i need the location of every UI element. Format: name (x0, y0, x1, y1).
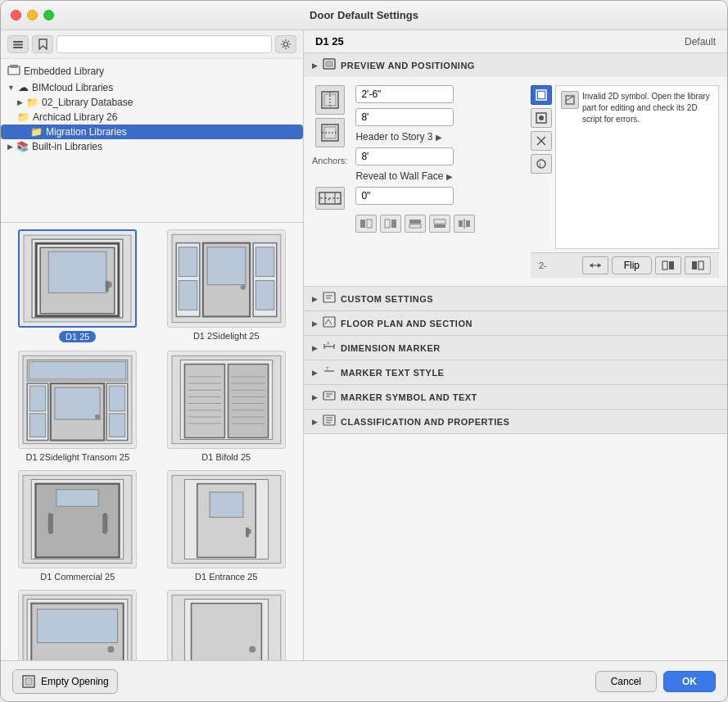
cancel-button[interactable]: Cancel (595, 671, 657, 692)
flip-btn-5[interactable] (454, 215, 475, 233)
mirror-btn-1[interactable] (655, 256, 681, 274)
reveal-anchor-icon[interactable]: + (315, 187, 345, 210)
width-input[interactable] (355, 85, 454, 103)
grid-item-d1-bifold[interactable]: D1 Bifold 25 (156, 351, 297, 462)
maximize-button[interactable] (43, 10, 54, 20)
minimize-button[interactable] (27, 10, 38, 20)
classification-title: CLASSIFICATION AND PROPERTIES (341, 417, 509, 427)
close-button[interactable] (11, 10, 21, 20)
width-anchor-icon[interactable] (315, 85, 345, 115)
grid-item-d1-commercial[interactable]: D1 Commercial 25 (7, 470, 148, 582)
grid-item-d1-2sidelight[interactable]: D1 2Sidelight 25 (156, 229, 297, 342)
grid-item-d1-entrance[interactable]: D1 Entrance 25 (156, 470, 297, 582)
header-to-story-dropdown[interactable]: Header to Story 3 ▶ (355, 131, 522, 143)
gear-icon (280, 38, 292, 50)
flip-icon-3 (409, 218, 422, 229)
flip-btn-4[interactable] (429, 215, 450, 233)
embedded-icon (7, 64, 20, 78)
height-anchor-icon[interactable] (315, 118, 345, 147)
zoom-icon-btn[interactable] (582, 256, 608, 274)
svg-rect-61 (48, 513, 53, 534)
svg-rect-23 (255, 281, 274, 310)
preview-bottom-controls: Flip (582, 256, 711, 274)
marker-symbol-header[interactable]: ▶ MARKER SYMBOL AND TEXT (304, 385, 727, 409)
search-input[interactable] (62, 38, 266, 50)
d1-2sidelight-thumbnail (167, 229, 286, 328)
svg-rect-136 (25, 678, 32, 685)
height-input-row (355, 108, 522, 126)
flip-btn-2[interactable] (380, 215, 401, 233)
svg-rect-118 (323, 292, 335, 302)
svg-rect-90 (360, 220, 365, 228)
tree-item-bimcloud[interactable]: ▼ ☁ BIMcloud Libraries (1, 79, 303, 95)
preview-canvas: Invalid 2D symbol. Open the library part… (555, 85, 719, 249)
grid-item-bottom-left[interactable] (7, 590, 148, 660)
svg-rect-102 (538, 92, 545, 98)
dimension-header[interactable]: ▶ A DIMENSION MARKER (304, 336, 727, 360)
grid-item-d1-25[interactable]: D1 25 (7, 229, 148, 342)
cs-expand-icon: ▶ (312, 295, 318, 303)
d1-2sl-transom-label: D1 2Sidelight Transom 25 (25, 452, 129, 462)
cs-icon (323, 292, 336, 306)
flip-button[interactable]: Flip (612, 256, 652, 274)
search-input-wrap[interactable] (57, 35, 272, 53)
svg-point-107 (537, 160, 545, 168)
builtin-label: Built-in Libraries (32, 141, 102, 152)
flip-btn-1[interactable] (355, 215, 377, 233)
preview-mode-btn-4[interactable]: i (531, 154, 552, 174)
folder-icon-archicad: 📁 (17, 111, 29, 123)
anchors-label: Anchors: (312, 156, 347, 165)
tree-item-builtin[interactable]: ▶ 📚 Built-in Libraries (1, 139, 303, 154)
title-bar: Door Default Settings (1, 1, 727, 30)
preview-bottom-bar: 2- (531, 252, 719, 278)
custom-settings-header[interactable]: ▶ CUSTOM SETTINGS (304, 287, 727, 310)
settings-button[interactable] (275, 35, 296, 53)
svg-point-76 (249, 646, 255, 653)
floor-plan-header[interactable]: ▶ FLOOR PLAN AND SECTION (304, 311, 727, 335)
height-input[interactable] (355, 108, 454, 126)
preview-section-header[interactable]: ▶ PREVIEW AND POSITIONING (304, 53, 727, 77)
grid-item-bottom-right[interactable] (156, 590, 297, 660)
bimcloud-label: BIMcloud Libraries (32, 82, 113, 93)
svg-marker-112 (598, 263, 601, 268)
reveal-to-wall-face-dropdown[interactable]: Reveal to Wall Face ▶ (355, 170, 522, 182)
custom-settings-title: CUSTOM SETTINGS (341, 294, 433, 304)
reveal-label: Reveal to Wall Face (355, 170, 443, 182)
grid-item-d1-2sidelight-transom[interactable]: D1 2Sidelight Transom 25 (7, 351, 148, 462)
preview-section: ▶ PREVIEW AND POSITIONING (304, 53, 727, 287)
flip-btn-3[interactable] (405, 215, 426, 233)
preview-mode-btn-2[interactable] (531, 108, 552, 128)
svg-text:T: T (326, 366, 329, 371)
error-icon (564, 94, 576, 106)
header-height-input[interactable] (355, 147, 454, 165)
bottom-right-thumbnail (167, 590, 286, 660)
preview-mode-btn-1[interactable] (531, 85, 552, 105)
tree-item-lib-db[interactable]: ▶ 📁 02_Library Database (1, 95, 303, 110)
svg-rect-11 (49, 251, 107, 292)
tree-item-archicad[interactable]: 📁 Archicad Library 26 (1, 110, 303, 125)
empty-opening-button[interactable]: Empty Opening (12, 669, 118, 694)
tree-item-migration[interactable]: 📁 Migration Libraries (1, 125, 303, 139)
svg-rect-17 (179, 281, 197, 310)
preview-mode-btn-3[interactable] (531, 131, 552, 151)
preview-center: Header to Story 3 ▶ Reveal to Wall Face … (355, 85, 522, 278)
bookmark-button[interactable] (32, 35, 53, 53)
mt-icon: T (323, 365, 336, 379)
preview-content: Anchors: + (304, 77, 727, 286)
marker-text-header[interactable]: ▶ T MARKER TEXT STYLE (304, 360, 727, 384)
nav-back-button[interactable] (7, 35, 29, 53)
svg-text:A: A (327, 341, 330, 346)
svg-rect-114 (662, 261, 667, 269)
svg-rect-0 (13, 41, 23, 43)
d1-entrance-svg (168, 471, 285, 568)
classification-header[interactable]: ▶ CLASSIFICATION AND PROPERTIES (304, 410, 727, 433)
ok-button[interactable]: OK (663, 671, 716, 692)
archicad-label: Archicad Library 26 (33, 111, 117, 123)
tree-item-embedded[interactable]: Embedded Library (1, 62, 303, 79)
svg-rect-59 (57, 490, 98, 506)
svg-rect-96 (434, 220, 445, 224)
reveal-value-input[interactable] (355, 187, 454, 205)
mirror-btn-2[interactable] (685, 256, 711, 274)
mt-svg-icon: T (323, 365, 336, 377)
svg-rect-29 (30, 414, 46, 437)
